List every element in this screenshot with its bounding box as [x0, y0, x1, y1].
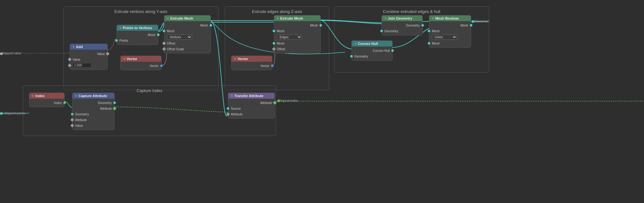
socket-index-out [63, 102, 66, 104]
conn-dot-mapped [0, 52, 3, 55]
conn-dot-original [277, 100, 280, 102]
extrude1-mesh-out: Mesh [164, 22, 211, 28]
extrude2-body: Mesh Mesh Vertices Edges Faces Mesh [274, 21, 320, 53]
group-extrude-y-title: Extrude vertices along Y-axis [64, 7, 218, 15]
boolean-mesh-in2: Mesh [429, 40, 471, 46]
boolean-title: Mesh Boolean [435, 16, 459, 20]
extrude2-mode: Vertices Edges Faces [274, 34, 320, 40]
node-index: ∨ Index Index [29, 93, 65, 107]
node-add-value-in: Value [70, 57, 107, 62]
conn-dot-sliced [472, 20, 474, 23]
group-extrude-z-title: Extrude edges along Z-axis [225, 7, 329, 15]
index-title: Index [35, 94, 45, 98]
node-add-title: Add [76, 45, 83, 49]
extrude1-title: Extrude Mesh [170, 16, 193, 20]
socket-extrude1-mesh-out [210, 24, 212, 27]
vector1-out: Vector [121, 63, 161, 69]
transfer-attr-in: Attribute [228, 111, 275, 117]
boolean-mode-select[interactable]: Union Intersect Difference [432, 34, 457, 40]
index-header: ∨ Index [29, 93, 64, 99]
convex-header: ∨ Convex Hull [352, 41, 392, 46]
capture-body: Geometry Attribute Geometry Attribute Va… [73, 99, 114, 130]
extrude1-mode: Vertices Edges Faces [164, 34, 211, 40]
vector2-header: ∨ Vector [231, 56, 272, 62]
label-original-index: Original index [279, 99, 298, 102]
socket-transfer-source-in [227, 107, 229, 110]
convex-body: Convex Hull Geometry [352, 46, 392, 60]
socket-join-geo-in [380, 30, 383, 32]
ptv-body: Mesh Points [117, 31, 158, 45]
add-value-input[interactable] [73, 63, 92, 68]
ptv-points-in: Points [117, 38, 158, 43]
transfer-attr-out: Attribute [228, 100, 275, 106]
boolean-mesh-in: Mesh [429, 28, 471, 34]
capture-geo-out: Geometry [73, 100, 114, 106]
node-points-to-vertices: ∨ Points to Vertices Mesh Points [117, 25, 158, 45]
capture-attr-out: Attribute [73, 106, 114, 111]
label-mapped-value: Mapped value [2, 52, 22, 55]
node-extrude-mesh-1: ∨ Extrude Mesh Mesh Mesh Vertices Edges … [164, 15, 211, 53]
extrude1-mode-select[interactable]: Vertices Edges Faces [167, 34, 192, 40]
vector1-title: Vector [127, 57, 137, 61]
vector1-header: ∨ Vector [121, 56, 161, 62]
socket-join-geo-out [421, 24, 424, 27]
join-geo-out: Geometry [382, 22, 422, 28]
boolean-mode: Union Intersect Difference [429, 34, 471, 40]
socket-boolean-mesh-in [428, 30, 430, 32]
socket-extrude1-mesh-in [163, 30, 165, 32]
convex-geo-in: Geometry [352, 53, 392, 59]
index-out: Index [29, 100, 64, 106]
capture-geo-in: Geometry [73, 111, 114, 117]
node-capture-attr: ∨ Capture Attribute Geometry Attribute G… [72, 93, 115, 130]
socket-extrude2-mesh-in2 [273, 42, 275, 45]
socket-boolean-mesh-in2 [428, 42, 430, 45]
transfer-source-in: Source [228, 106, 275, 111]
socket-convex-geo-in [350, 55, 353, 58]
socket-extrude2-mesh-out [319, 24, 322, 27]
extrude1-mesh-in: Mesh [164, 28, 211, 34]
socket-vector1-out [160, 65, 163, 67]
capture-header: ∨ Capture Attribute [73, 93, 114, 99]
extrude2-mesh-in: Mesh [274, 28, 320, 34]
vector2-out: Vector [231, 63, 272, 69]
join-header: ∨ Join Geometry [382, 15, 422, 21]
extrude2-offset-in: Offset [274, 46, 320, 52]
socket-ptv-points-in [115, 39, 118, 42]
convex-title: Convex Hull [358, 42, 378, 46]
ptv-mesh-out: Mesh [117, 32, 158, 38]
socket-boolean-mesh-out [470, 24, 472, 27]
conn-dot-collapsed [0, 112, 3, 115]
index-body: Index [29, 99, 64, 107]
transfer-body: Attribute Source Attribute [228, 99, 275, 118]
node-mesh-boolean: ∨ Mesh Boolean Mesh Mesh Union Intersect… [429, 15, 471, 48]
label-collapsed-points: Collapsed points [2, 112, 25, 115]
extrude1-header: ∨ Extrude Mesh [164, 15, 211, 21]
capture-title: Capture Attribute [79, 94, 107, 98]
node-add-value-out: Value [70, 51, 107, 57]
node-vector-2: ∨ Vector Vector [231, 56, 272, 70]
capture-attr-in: Attribute [73, 117, 114, 123]
node-ptv-header: ∨ Points to Vertices [117, 25, 158, 31]
ptv-collapse[interactable]: ∨ [119, 26, 122, 29]
extrude1-offset-scale: Offset Scale [164, 46, 211, 52]
extrude1-body: Mesh Mesh Vertices Edges Faces Offset [164, 21, 211, 53]
node-join-geometry: ∨ Join Geometry Geometry Geometry [382, 15, 423, 35]
socket-capture-geo-in [71, 113, 73, 115]
socket-capture-geo-out [113, 102, 116, 104]
node-add-value-field [70, 62, 107, 68]
socket-extrude2-mesh-in [273, 30, 275, 32]
node-add-header: ∨ Add [70, 44, 107, 50]
join-body: Geometry Geometry [382, 21, 422, 35]
collapse-arrow[interactable]: ∨ [73, 45, 75, 48]
socket-convex-out [391, 49, 394, 52]
vector2-title: Vector [237, 57, 248, 61]
extrude2-mode-select[interactable]: Vertices Edges Faces [277, 34, 302, 40]
node-vector-1: ∨ Vector Vector [120, 56, 161, 70]
extrude2-title: Extrude Mesh [280, 16, 303, 20]
join-title: Join Geometry [388, 16, 412, 20]
socket-ptv-mesh-out [157, 34, 160, 36]
vector2-body: Vector [231, 62, 272, 70]
node-canvas: Extrude vertices along Y-axis Extrude ed… [0, 0, 644, 203]
convex-hull-out: Convex Hull [352, 48, 392, 53]
transfer-header: ∨ Transfer Attribute [228, 93, 275, 99]
